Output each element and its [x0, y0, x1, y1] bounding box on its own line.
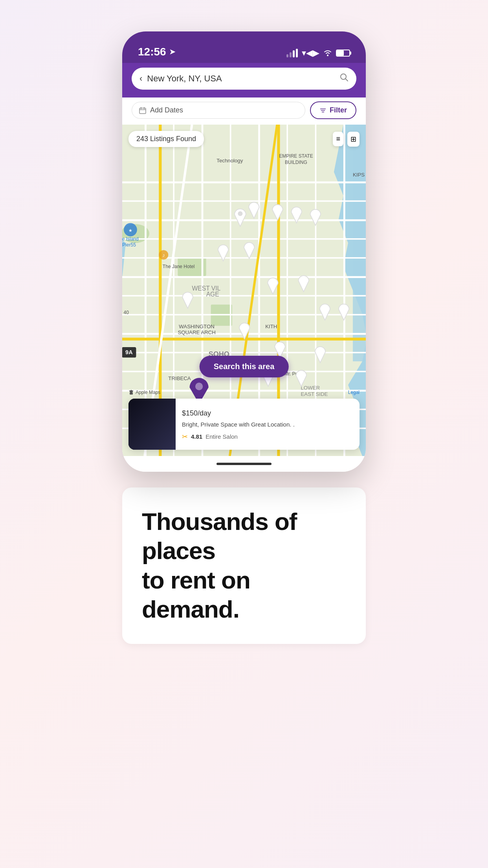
svg-text:TRIBECA: TRIBECA: [168, 375, 191, 381]
time-display: 12:56: [138, 46, 166, 58]
svg-rect-22: [122, 276, 366, 278]
svg-text:★: ★: [128, 228, 132, 233]
svg-rect-13: [353, 125, 366, 361]
listing-price: $150/day: [182, 408, 353, 418]
signal-bar-4: [296, 49, 298, 57]
svg-text:SQUARE ARCH: SQUARE ARCH: [178, 329, 215, 335]
status-bar: 12:56 ➤ ▾◀▶: [122, 31, 366, 63]
headline-line2: to rent on demand.: [142, 566, 250, 623]
svg-text:Pier 40: Pier 40: [122, 310, 129, 315]
svg-rect-19: [122, 219, 366, 221]
svg-text:EMPIRE STATE: EMPIRE STATE: [279, 153, 313, 159]
battery-fill: [337, 50, 344, 56]
search-area-button[interactable]: Search this area: [200, 356, 289, 377]
filter-icon: [319, 107, 327, 114]
svg-rect-17: [122, 182, 366, 184]
svg-point-74: [195, 383, 203, 390]
battery-icon: [336, 50, 350, 57]
filter-label: Filter: [330, 106, 347, 114]
signal-bars-icon: [286, 49, 298, 57]
price-unit: /day: [198, 409, 211, 417]
grid-view-icon[interactable]: ⊞: [347, 132, 360, 147]
svg-text:BUILDING: BUILDING: [285, 160, 307, 165]
apple-icon: [128, 390, 134, 395]
location-icon: ➤: [169, 48, 175, 56]
svg-rect-24: [122, 314, 366, 316]
svg-text:WEST VIL: WEST VIL: [192, 285, 221, 292]
listings-count: 243 Listings Found: [128, 131, 204, 147]
wifi-icon-svg: [323, 50, 332, 57]
search-bar[interactable]: ‹ New York, NY, USA: [132, 68, 356, 90]
listing-info: $150/day Bright, Private Space with Grea…: [176, 402, 360, 447]
listing-card[interactable]: $150/day Bright, Private Space with Grea…: [128, 399, 360, 450]
legal-link[interactable]: Legal: [348, 390, 360, 395]
add-dates-label: Add Dates: [150, 106, 183, 114]
list-view-icon[interactable]: ≡: [333, 132, 343, 146]
search-bar-container: ‹ New York, NY, USA: [122, 63, 366, 97]
svg-text:9A: 9A: [125, 349, 133, 355]
listing-type: Entire Salon: [205, 433, 238, 440]
signal-bar-3: [293, 50, 295, 57]
headline: Thousands of places to rent on demand.: [142, 507, 346, 624]
apple-maps-text: Apple Maps: [136, 390, 160, 395]
signal-bar-2: [290, 52, 292, 57]
svg-text:KIPS BAY: KIPS BAY: [353, 172, 366, 178]
svg-text:WASHINGTON: WASHINGTON: [179, 324, 214, 329]
search-input[interactable]: New York, NY, USA: [147, 74, 335, 84]
svg-text:LOWER: LOWER: [301, 385, 320, 391]
listing-meta: ✂ 4.81 Entire Salon: [182, 432, 353, 441]
svg-rect-3: [139, 108, 146, 114]
svg-rect-21: [122, 257, 366, 259]
filter-row: Add Dates Filter: [122, 97, 366, 125]
svg-line-2: [345, 79, 348, 81]
apple-maps-attribution: Apple Maps: [128, 390, 160, 395]
bottom-text-section: Thousands of places to rent on demand.: [122, 487, 366, 644]
listing-rating: 4.81: [191, 433, 202, 440]
svg-text:Technology: Technology: [216, 158, 243, 164]
search-icon[interactable]: [340, 73, 349, 84]
back-button[interactable]: ‹: [139, 74, 142, 84]
listing-image: [128, 399, 176, 450]
person-icon: ✂: [182, 432, 188, 441]
phone-frame: 12:56 ➤ ▾◀▶ ‹ New York,: [122, 31, 366, 472]
svg-point-0: [327, 55, 328, 56]
calendar-icon: [139, 107, 146, 114]
home-indicator: [122, 456, 366, 472]
svg-point-73: [238, 211, 242, 216]
add-dates-button[interactable]: Add Dates: [132, 102, 305, 119]
svg-text:EAST SIDE: EAST SIDE: [301, 391, 328, 397]
wifi-icon: ▾◀▶: [302, 48, 319, 58]
headline-line1: Thousands of places: [142, 508, 297, 564]
svg-text:AGE: AGE: [206, 291, 219, 298]
map-area[interactable]: Technology EMPIRE STATE BUILDING KIPS BA…: [122, 125, 366, 456]
svg-text:KITH: KITH: [265, 324, 277, 329]
view-toggle: ≡ ⊞: [333, 132, 360, 147]
svg-text:Little Island: Little Island: [122, 236, 139, 242]
listings-bar: 243 Listings Found ≡ ⊞: [128, 131, 360, 147]
signal-bar-1: [286, 54, 288, 57]
listing-image-bg: [128, 399, 176, 450]
status-icons: ▾◀▶: [286, 48, 350, 58]
listing-card-container: $150/day Bright, Private Space with Grea…: [122, 399, 366, 456]
svg-text:@Pier55: @Pier55: [122, 242, 136, 248]
svg-rect-18: [122, 200, 366, 202]
price-amount: $150: [182, 409, 198, 417]
status-time: 12:56 ➤: [138, 46, 175, 58]
svg-rect-20: [122, 238, 366, 240]
svg-rect-23: [122, 295, 366, 297]
svg-text:J: J: [163, 253, 165, 257]
svg-text:The Jane Hotel: The Jane Hotel: [163, 264, 195, 269]
home-bar: [216, 463, 272, 465]
listing-title: Bright, Private Space with Great Locatio…: [182, 420, 353, 428]
filter-button[interactable]: Filter: [310, 101, 356, 119]
